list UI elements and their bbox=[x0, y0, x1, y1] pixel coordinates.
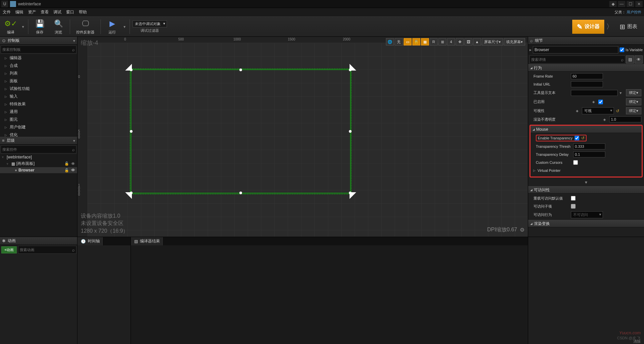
hierarchy-search-input[interactable] bbox=[2, 147, 72, 151]
animation-search-input[interactable] bbox=[20, 248, 72, 252]
badge-icon[interactable]: ◆ bbox=[609, 1, 617, 7]
designer-mode-tab[interactable]: ✎ 设计器 bbox=[572, 20, 604, 34]
custom-cursors-checkbox[interactable] bbox=[573, 160, 578, 165]
resize-handle[interactable] bbox=[239, 192, 242, 194]
close-button[interactable]: ✕ bbox=[635, 1, 643, 7]
palette-item-primitive[interactable]: 图元 bbox=[0, 116, 77, 123]
none-button[interactable]: 无 bbox=[395, 38, 403, 45]
hierarchy-root[interactable]: ▿ [webInterface] bbox=[0, 154, 77, 160]
virtual-pointer-label[interactable]: Virtual Pointer bbox=[538, 168, 561, 173]
palette-item-input[interactable]: 输入 bbox=[0, 93, 77, 100]
bind-button[interactable]: 绑定▾ bbox=[626, 107, 641, 114]
palette-item-composite[interactable]: 合成 bbox=[0, 62, 77, 70]
palette-search-input[interactable] bbox=[2, 47, 72, 51]
grid-button[interactable]: ▦ bbox=[421, 38, 429, 45]
menu-debug[interactable]: 调试 bbox=[53, 9, 61, 15]
palette-item-experimental[interactable]: 试验性功能 bbox=[0, 85, 77, 93]
section-accessibility[interactable]: ◢ 可访问性 bbox=[528, 186, 644, 194]
menu-file[interactable]: 文件 bbox=[3, 9, 11, 15]
run-dropdown[interactable]: ▾ bbox=[122, 17, 127, 36]
menu-asset[interactable]: 资产 bbox=[28, 9, 36, 15]
hierarchy-menu-icon[interactable]: ▾ bbox=[73, 138, 75, 143]
minimize-button[interactable]: — bbox=[618, 1, 625, 7]
bind-button[interactable]: 绑定▾ bbox=[626, 98, 641, 105]
is-variable-checkbox[interactable]: Is Variable bbox=[620, 47, 643, 52]
menu-window[interactable]: 窗口 bbox=[66, 9, 74, 15]
anchor-icon[interactable] bbox=[350, 192, 356, 199]
resize-handle[interactable] bbox=[239, 69, 242, 71]
eye-icon[interactable]: 👁 bbox=[635, 55, 643, 64]
outline-icon[interactable]: ▲ bbox=[473, 38, 481, 45]
eye-icon[interactable]: 👁 bbox=[71, 168, 75, 173]
palette-menu-icon[interactable]: ▾ bbox=[73, 38, 75, 43]
reset-icon[interactable]: ↺ bbox=[581, 136, 585, 140]
r-button[interactable]: R bbox=[430, 38, 438, 45]
section-mouse[interactable]: ◢ Mouse bbox=[530, 126, 642, 133]
frame-rate-input[interactable] bbox=[571, 73, 603, 79]
parent-class-link[interactable]: 用户控件 bbox=[627, 10, 641, 14]
transparency-delay-input[interactable] bbox=[573, 151, 605, 157]
compile-button[interactable]: ⚙✓ 编译 bbox=[2, 18, 19, 35]
screen-size-dropdown[interactable]: 屏幕尺寸▾ bbox=[482, 38, 503, 45]
details-search[interactable]: ⌕ bbox=[529, 55, 625, 64]
compiler-results-tab[interactable]: ▤ 编译器结果 bbox=[131, 237, 164, 245]
enabled-checkbox[interactable] bbox=[598, 100, 603, 104]
anchor-icon[interactable] bbox=[350, 64, 356, 71]
localization-icon[interactable]: 🌐 bbox=[386, 38, 394, 45]
palette-item-panel[interactable]: 面板 bbox=[0, 77, 77, 85]
menu-edit[interactable]: 编辑 bbox=[15, 9, 23, 15]
menu-view[interactable]: 查看 bbox=[41, 9, 49, 15]
resize-handle[interactable] bbox=[349, 130, 352, 133]
reset-icon[interactable]: ↺ bbox=[616, 109, 619, 113]
tooltip-input[interactable] bbox=[571, 90, 618, 96]
palette-item-common[interactable]: 通用 bbox=[0, 108, 77, 116]
lock-button[interactable]: 🔒 bbox=[412, 38, 420, 45]
view-options-icon[interactable]: ▤ bbox=[626, 55, 634, 64]
browse-button[interactable]: 🔍 浏览 bbox=[50, 18, 67, 35]
override-accessible-checkbox[interactable] bbox=[571, 196, 576, 201]
bind-button[interactable]: 绑定▾ bbox=[626, 89, 641, 96]
hierarchy-browser[interactable]: ● Browser 🔓 👁 bbox=[0, 167, 77, 173]
grid-size[interactable]: 4 bbox=[447, 38, 455, 45]
transparency-threshold-input[interactable] bbox=[573, 143, 605, 149]
clear-button[interactable]: 清除 bbox=[633, 339, 641, 344]
section-behavior[interactable]: ◢ 行为 bbox=[528, 64, 644, 72]
run-button[interactable]: ▶ 运行 bbox=[103, 18, 121, 35]
timeline-tab[interactable]: 🕒 时间轴 bbox=[77, 237, 103, 245]
graph-mode-tab[interactable]: ⊞ 图表 bbox=[615, 20, 642, 34]
snap-button[interactable]: ⊞ bbox=[438, 38, 446, 45]
hierarchy-canvas[interactable]: ▿▦ [画布面板] 🔓 👁 bbox=[0, 160, 77, 167]
opacity-input[interactable] bbox=[609, 116, 641, 122]
palette-item-optimize[interactable]: 优化 bbox=[0, 131, 77, 137]
move-icon[interactable]: ✥ bbox=[456, 38, 464, 45]
resize-handle[interactable] bbox=[130, 130, 133, 133]
enable-transparency-checkbox[interactable] bbox=[575, 136, 579, 140]
palette-item-effects[interactable]: 特殊效果 bbox=[0, 100, 77, 108]
expand-more-icon[interactable]: ▾ bbox=[528, 178, 644, 186]
palette-item-user[interactable]: 用户创建 bbox=[0, 123, 77, 131]
viewport[interactable]: 0 500 1000 1500 2000 0 500 1000 缩放-4 🌐 无… bbox=[77, 37, 528, 237]
gear-icon[interactable]: ⚙ bbox=[520, 227, 524, 233]
initial-url-input[interactable] bbox=[571, 81, 603, 87]
eye-icon[interactable]: 👁 bbox=[71, 161, 75, 166]
anchor-icon[interactable] bbox=[125, 64, 132, 71]
animation-search[interactable]: ⌕ bbox=[18, 246, 76, 254]
add-animation-button[interactable]: +动画 bbox=[1, 246, 17, 253]
details-search-input[interactable] bbox=[531, 58, 621, 62]
image-icon[interactable]: 🖼 bbox=[464, 38, 472, 45]
compile-dropdown[interactable]: ▾ bbox=[21, 17, 25, 36]
lock-icon[interactable]: 🔓 bbox=[64, 161, 69, 166]
visibility-combo[interactable]: 可视 bbox=[582, 107, 614, 114]
widget-name-input[interactable] bbox=[533, 46, 618, 53]
save-button[interactable]: 💾 保存 bbox=[31, 18, 48, 35]
dropdown-icon[interactable]: ▾ bbox=[620, 91, 622, 95]
fill-screen-dropdown[interactable]: 填充屏幕▾ bbox=[504, 38, 525, 45]
palette-search[interactable]: ⌕ bbox=[1, 45, 76, 53]
anchor-icon[interactable] bbox=[125, 192, 132, 199]
maximize-button[interactable]: ☐ bbox=[627, 1, 634, 7]
selected-widget-outline[interactable] bbox=[131, 70, 351, 193]
section-render-transform[interactable]: ◢ 渲染变换 bbox=[528, 220, 644, 227]
hierarchy-search[interactable]: ⌕ bbox=[1, 145, 76, 153]
lock-icon[interactable]: 🔓 bbox=[64, 168, 69, 173]
layout-button[interactable]: ▭ bbox=[404, 38, 412, 45]
